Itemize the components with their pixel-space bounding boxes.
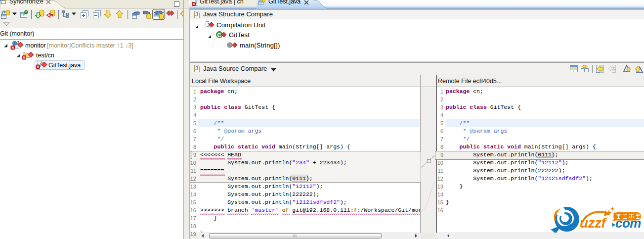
svg-text:[monitor|Conflicts master ↑1 ↓: [monitor|Conflicts master ↑1 ↓3] <box>47 42 133 49</box>
svg-text:GitTest.java: GitTest.java <box>48 62 81 69</box>
svg-text:C: C <box>217 32 221 38</box>
svg-text:GitTest: GitTest <box>229 31 250 39</box>
svg-text:uzzf: uzzf <box>580 215 607 231</box>
svg-text:monitor: monitor <box>25 42 46 49</box>
svg-text:Compilation Unit: Compilation Unit <box>216 21 266 29</box>
svg-text:test/cn: test/cn <box>36 52 54 59</box>
svg-text:J: J <box>195 12 198 17</box>
svg-text:main(String[]): main(String[]) <box>240 42 280 49</box>
svg-text:J: J <box>195 66 198 71</box>
